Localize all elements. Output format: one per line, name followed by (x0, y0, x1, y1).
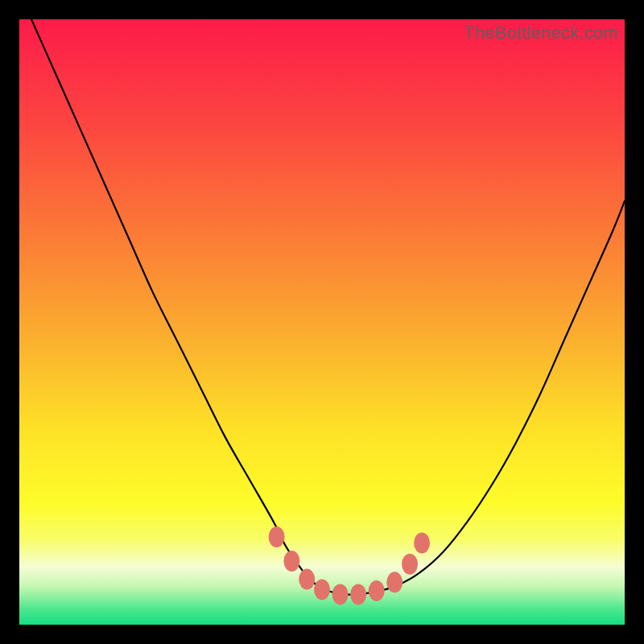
curve-marker (299, 569, 315, 590)
chart-frame: TheBottleneck.com (19, 19, 625, 625)
bottleneck-curve (31, 19, 625, 595)
curve-marker (350, 584, 366, 605)
curve-marker (332, 584, 349, 605)
curve-marker (369, 580, 385, 601)
curve-markers (269, 526, 430, 605)
curve-marker (386, 572, 402, 592)
curve-plot (19, 19, 625, 625)
curve-marker (414, 532, 430, 553)
watermark-text: TheBottleneck.com (464, 23, 618, 43)
curve-marker (402, 554, 418, 575)
curve-marker (283, 551, 299, 572)
curve-marker (269, 526, 285, 547)
curve-marker (314, 579, 330, 600)
